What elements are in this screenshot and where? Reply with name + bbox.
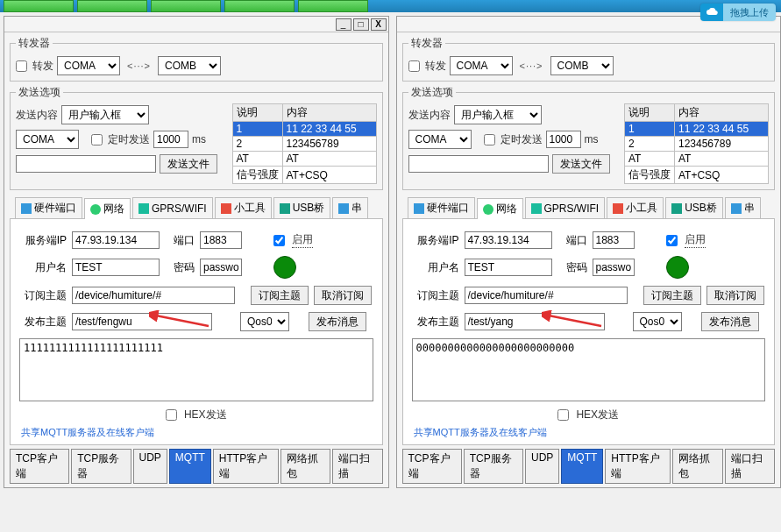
send-file-button[interactable]: 发送文件 (552, 154, 610, 174)
forward-label[interactable]: 转发 (32, 59, 53, 74)
btab-sniff[interactable]: 网络抓包 (672, 449, 722, 484)
tab-tools[interactable]: 小工具 (607, 197, 664, 218)
password-input[interactable] (200, 259, 242, 276)
table-row[interactable]: 111 22 33 44 55 (625, 122, 769, 137)
port-b-select[interactable]: COMB (158, 56, 221, 75)
usb-icon (671, 203, 682, 214)
tab-tools[interactable]: 小工具 (215, 197, 272, 218)
qos-select[interactable]: Qos0 (240, 312, 289, 331)
publish-button[interactable]: 发布消息 (309, 312, 366, 331)
maximize-button[interactable]: □ (353, 18, 369, 31)
enable-checkbox[interactable] (666, 235, 678, 246)
send-text-input[interactable] (16, 155, 156, 173)
tab-serial[interactable]: 串 (725, 197, 761, 218)
port-a-select[interactable]: COMA (450, 56, 513, 75)
table-row[interactable]: ATAT (625, 152, 769, 167)
pub-topic-input[interactable] (465, 313, 605, 330)
shared-mqtt-link[interactable]: 共享MQTT服务器及在线客户端 (21, 426, 373, 439)
server-ip-input[interactable] (72, 231, 160, 249)
close-button[interactable]: X (371, 18, 387, 31)
preset-table[interactable]: 说明 内容 111 22 33 44 552123456789ATAT信号强度A… (232, 103, 377, 184)
signal-icon (531, 203, 542, 214)
hex-send-checkbox[interactable] (166, 409, 177, 421)
enable-label[interactable]: 启用 (685, 232, 706, 248)
forward-checkbox[interactable] (408, 60, 420, 72)
btab-tcp-server[interactable]: TCP服务器 (71, 449, 131, 484)
publish-button[interactable]: 发布消息 (701, 312, 759, 331)
preset-table[interactable]: 说明 内容 111 22 33 44 552123456789ATAT信号强度A… (624, 103, 769, 184)
tab-network[interactable]: 网络 (84, 198, 131, 219)
tab-gprs-wifi[interactable]: GPRS/WIFI (525, 197, 606, 218)
tools-icon (613, 203, 623, 214)
username-input[interactable] (465, 259, 552, 276)
table-row[interactable]: ATAT (232, 152, 376, 167)
username-input[interactable] (72, 259, 160, 276)
tab-usb-bridge[interactable]: USB桥 (665, 197, 723, 218)
timed-send-checkbox[interactable] (91, 134, 103, 145)
enable-checkbox[interactable] (273, 235, 285, 246)
forward-checkbox[interactable] (16, 60, 27, 72)
sub-topic-input[interactable] (72, 287, 235, 304)
pub-topic-input[interactable] (72, 313, 212, 330)
unsubscribe-button[interactable]: 取消订阅 (706, 286, 764, 305)
hex-send-label[interactable]: HEX发送 (184, 408, 227, 422)
table-row[interactable]: 2123456789 (232, 137, 376, 152)
table-row[interactable]: 信号强度AT+CSQ (625, 167, 769, 184)
sub-topic-input[interactable] (465, 287, 628, 304)
timed-send-checkbox[interactable] (484, 134, 495, 145)
table-row[interactable]: 111 22 33 44 55 (232, 122, 376, 137)
port-input[interactable] (593, 231, 635, 249)
enable-label[interactable]: 启用 (292, 232, 313, 248)
send-file-button[interactable]: 发送文件 (160, 154, 217, 174)
port-a-select[interactable]: COMA (57, 56, 120, 75)
forward-label[interactable]: 转发 (425, 59, 446, 74)
server-ip-input[interactable] (465, 231, 552, 249)
table-row[interactable]: 2123456789 (625, 137, 769, 152)
cell-val: 11 22 33 44 55 (675, 122, 769, 137)
btab-http-client[interactable]: HTTP客户端 (213, 449, 279, 484)
subscribe-button[interactable]: 订阅主题 (251, 286, 309, 305)
unsubscribe-button[interactable]: 取消订阅 (314, 286, 372, 305)
table-row[interactable]: 信号强度AT+CSQ (232, 167, 376, 184)
drag-upload-badge[interactable]: 拖拽上传 (700, 4, 776, 21)
btab-portscan[interactable]: 端口扫描 (725, 449, 775, 484)
interval-input[interactable] (546, 131, 581, 148)
hex-send-label[interactable]: HEX发送 (576, 408, 619, 422)
btab-tcp-client[interactable]: TCP客户端 (402, 449, 462, 484)
btab-mqtt[interactable]: MQTT (169, 449, 211, 484)
send-port-select[interactable]: COMA (408, 130, 472, 149)
message-textarea[interactable] (19, 338, 373, 401)
btab-udp[interactable]: UDP (525, 449, 559, 484)
send-content-select[interactable]: 用户输入框 (454, 105, 542, 124)
send-content-select[interactable]: 用户输入框 (61, 105, 149, 124)
qos-select[interactable]: Qos0 (633, 312, 682, 331)
password-input[interactable] (593, 259, 635, 276)
tab-hardware[interactable]: 硬件端口 (15, 197, 82, 218)
btab-mqtt[interactable]: MQTT (561, 449, 603, 484)
send-text-input[interactable] (408, 155, 549, 173)
cell-desc: 2 (232, 137, 282, 152)
subscribe-button[interactable]: 订阅主题 (643, 286, 701, 305)
btab-sniff[interactable]: 网络抓包 (280, 449, 330, 484)
send-port-select[interactable]: COMA (16, 130, 79, 149)
btab-portscan[interactable]: 端口扫描 (332, 449, 382, 484)
tab-serial[interactable]: 串 (332, 197, 368, 218)
port-input[interactable] (200, 231, 242, 249)
timed-send-label[interactable]: 定时发送 (108, 132, 150, 147)
port-b-select[interactable]: COMB (550, 56, 614, 75)
minimize-button[interactable]: _ (336, 18, 351, 31)
btab-tcp-server[interactable]: TCP服务器 (464, 449, 523, 484)
interval-input[interactable] (153, 131, 188, 148)
message-textarea[interactable] (412, 338, 766, 401)
btab-tcp-client[interactable]: TCP客户端 (10, 449, 69, 484)
tab-gprs-wifi[interactable]: GPRS/WIFI (132, 197, 213, 218)
timed-send-label[interactable]: 定时发送 (501, 132, 543, 147)
hex-send-checkbox[interactable] (557, 409, 569, 421)
tab-usb-bridge[interactable]: USB桥 (273, 197, 331, 218)
tab-hardware[interactable]: 硬件端口 (408, 197, 475, 218)
btab-udp[interactable]: UDP (133, 449, 167, 484)
btab-http-client[interactable]: HTTP客户端 (605, 449, 671, 484)
shared-mqtt-link[interactable]: 共享MQTT服务器及在线客户端 (414, 426, 766, 439)
cell-val: AT (675, 152, 769, 167)
tab-network[interactable]: 网络 (477, 198, 523, 219)
